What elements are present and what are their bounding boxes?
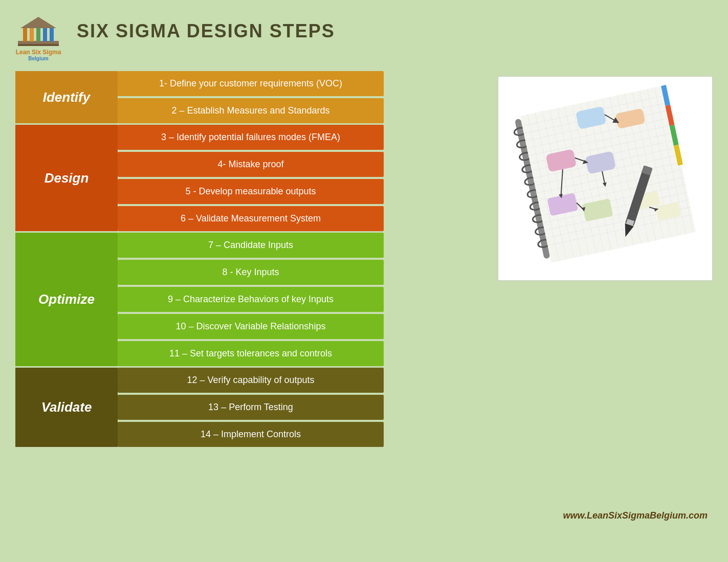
svg-rect-2 <box>23 28 27 41</box>
table-area: Identify 1- Define your customer require… <box>15 71 384 447</box>
image-area: www.LeanSixSigmaBelgium.com <box>399 71 713 521</box>
svg-rect-3 <box>30 28 34 41</box>
page-container: Lean Six Sigma Belgium SIX SIGMA DESIGN … <box>0 0 728 562</box>
step-8: 8 - Key Inputs <box>118 260 384 285</box>
header: Lean Six Sigma Belgium SIX SIGMA DESIGN … <box>15 10 713 62</box>
step-14: 14 – Implement Controls <box>118 422 384 447</box>
svg-rect-6 <box>50 28 54 41</box>
identify-label: Identify <box>15 71 118 123</box>
optimize-section: Optimize 7 – Candidate Inputs 8 - Key In… <box>15 233 384 366</box>
optimize-steps: 7 – Candidate Inputs 8 - Key Inputs 9 – … <box>118 233 384 366</box>
step-4: 4- Mistake proof <box>118 152 384 177</box>
svg-rect-7 <box>18 44 59 46</box>
design-label: Design <box>15 125 118 231</box>
validate-steps: 12 – Verify capability of outputs 13 – P… <box>118 368 384 447</box>
step-9: 9 – Characterize Behaviors of key Inputs <box>118 287 384 312</box>
main-content: Identify 1- Define your customer require… <box>15 71 713 521</box>
step-1: 1- Define your customer requirements (VO… <box>118 71 384 96</box>
svg-marker-1 <box>20 17 56 28</box>
step-2: 2 – Establish Measures and Standards <box>118 98 384 123</box>
step-11: 11 – Set targets tolerances and controls <box>118 341 384 366</box>
logo-text: Lean Six Sigma Belgium <box>16 49 61 62</box>
website-url: www.LeanSixSigmaBelgium.com <box>563 510 713 521</box>
step-12: 12 – Verify capability of outputs <box>118 368 384 393</box>
step-3: 3 – Identify potential failures modes (F… <box>118 125 384 150</box>
step-13: 13 – Perform Testing <box>118 395 384 420</box>
svg-rect-5 <box>43 28 47 41</box>
step-10: 10 – Discover Variable Relationships <box>118 314 384 339</box>
identify-section: Identify 1- Define your customer require… <box>15 71 384 123</box>
optimize-label: Optimize <box>15 233 118 366</box>
design-section: Design 3 – Identify potential failures m… <box>15 125 384 231</box>
notebook-image <box>498 76 713 281</box>
logo-area: Lean Six Sigma Belgium <box>15 13 61 62</box>
validate-label: Validate <box>15 368 118 447</box>
logo-icon <box>15 13 61 49</box>
step-6: 6 – Validate Measurement System <box>118 206 384 231</box>
svg-rect-4 <box>36 28 40 41</box>
notebook-svg <box>498 77 712 280</box>
page-title: SIX SIGMA DESIGN STEPS <box>77 20 335 42</box>
step-7: 7 – Candidate Inputs <box>118 233 384 258</box>
validate-section: Validate 12 – Verify capability of outpu… <box>15 368 384 447</box>
design-steps: 3 – Identify potential failures modes (F… <box>118 125 384 231</box>
identify-steps: 1- Define your customer requirements (VO… <box>118 71 384 123</box>
step-5: 5 - Develop measurable outputs <box>118 179 384 204</box>
